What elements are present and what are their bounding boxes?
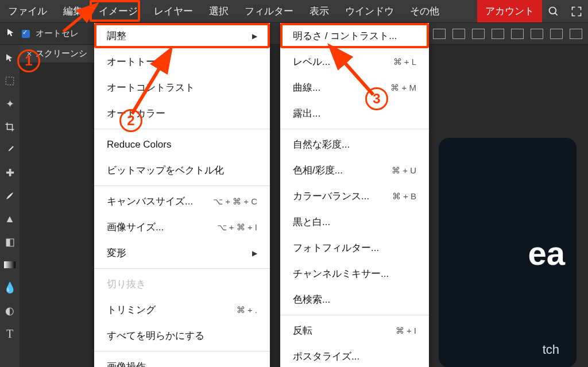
svg-line-1 bbox=[555, 13, 558, 15]
shortcut: ⌘ + I bbox=[396, 326, 416, 335]
image-menu-item-16[interactable]: 画像操作... bbox=[94, 354, 270, 367]
tab-x-icon[interactable]: ✕ bbox=[26, 50, 32, 58]
image-menu-item-1[interactable]: オートトーン bbox=[94, 49, 270, 75]
menuitem-label: トリミング bbox=[107, 305, 156, 315]
svg-point-0 bbox=[550, 7, 556, 14]
distribute-v-icon[interactable] bbox=[570, 29, 582, 39]
separator bbox=[94, 186, 270, 186]
tool-marquee[interactable] bbox=[2, 71, 17, 91]
align-top-icon[interactable] bbox=[492, 29, 504, 39]
menuitem-label: 色相/彩度... bbox=[293, 165, 343, 175]
image-menu-item-6[interactable]: ビットマップをベクトル化 bbox=[94, 157, 270, 183]
tool-stamp[interactable]: ▲ bbox=[2, 209, 17, 229]
adjust-menu-item-14[interactable]: ポスタライズ... bbox=[280, 343, 429, 367]
image-menu-dropdown: 調整オートトーンオートコントラストオートカラーReduce Colorsビットマ… bbox=[94, 23, 270, 367]
align-icons bbox=[433, 29, 582, 39]
menuitem-label: ポスタライズ... bbox=[293, 351, 359, 361]
menu-filter[interactable]: フィルター bbox=[237, 0, 301, 22]
align-right-icon[interactable] bbox=[472, 29, 485, 39]
adjust-menu-item-0[interactable]: 明るさ / コントラスト... bbox=[280, 23, 429, 49]
separator bbox=[94, 351, 270, 351]
menuitem-label: 変形 bbox=[107, 248, 126, 258]
menubar: ファイル 編集 イメージ レイヤー 選択 フィルター 表示 ウインドウ その他 … bbox=[0, 0, 588, 23]
menuitem-label: チャンネルミキサー... bbox=[293, 269, 389, 279]
menu-other[interactable]: その他 bbox=[402, 0, 447, 22]
align-bottom-icon[interactable] bbox=[531, 29, 543, 39]
menuitem-label: キャンバスサイズ... bbox=[107, 196, 193, 206]
adjustments-submenu: 明るさ / コントラスト...レベル...⌘ + L曲線...⌘ + M露出..… bbox=[280, 23, 429, 367]
tool-wand[interactable]: ✦ bbox=[2, 94, 17, 114]
adjust-menu-item-3[interactable]: 露出... bbox=[280, 101, 429, 126]
adjust-menu-item-7[interactable]: カラーバランス...⌘ + B bbox=[280, 183, 429, 209]
menu-window[interactable]: ウインドウ bbox=[337, 0, 402, 22]
menu-view[interactable]: 表示 bbox=[301, 0, 337, 22]
tool-dodge[interactable]: ◐ bbox=[2, 301, 17, 320]
autoselect-checkbox[interactable] bbox=[22, 30, 30, 38]
menuitem-label: 画像操作... bbox=[107, 362, 154, 367]
adjust-menu-item-10[interactable]: チャンネルミキサー... bbox=[280, 261, 429, 287]
menuitem-label: オートカラー bbox=[107, 109, 165, 118]
image-menu-item-10[interactable]: 変形 bbox=[94, 240, 270, 266]
tool-crop[interactable] bbox=[2, 117, 17, 137]
menuitem-label: ビットマップをベクトル化 bbox=[107, 165, 224, 175]
move-tool-icon[interactable] bbox=[6, 28, 16, 40]
adjust-menu-item-5[interactable]: 自然な彩度... bbox=[280, 132, 429, 157]
shortcut: ⌘ + B bbox=[392, 192, 416, 200]
adjust-menu-item-9[interactable]: フォトフィルター... bbox=[280, 235, 429, 261]
menuitem-label: 自然な彩度... bbox=[293, 140, 350, 149]
image-menu-item-13[interactable]: トリミング⌘ + . bbox=[94, 297, 270, 323]
tool-eyedropper[interactable] bbox=[2, 140, 17, 160]
adjust-menu-item-13[interactable]: 反転⌘ + I bbox=[280, 318, 429, 343]
menu-file[interactable]: ファイル bbox=[0, 0, 55, 22]
tab-title: スクリーンシ bbox=[36, 48, 87, 59]
image-menu-item-8[interactable]: キャンバスサイズ...⌥ + ⌘ + C bbox=[94, 188, 270, 214]
align-center-icon[interactable] bbox=[452, 29, 465, 39]
tool-heal[interactable]: ✚ bbox=[2, 163, 17, 183]
image-menu-item-2[interactable]: オートコントラスト bbox=[94, 75, 270, 101]
menu-edit[interactable]: 編集 bbox=[55, 0, 91, 22]
account-button[interactable]: アカウント bbox=[477, 0, 542, 22]
background-panel: ea tch bbox=[439, 138, 577, 367]
image-menu-item-0[interactable]: 調整 bbox=[94, 23, 270, 49]
tool-eraser[interactable]: ◧ bbox=[2, 232, 17, 252]
tool-text[interactable]: T bbox=[2, 324, 17, 343]
menuitem-label: 反転 bbox=[293, 326, 312, 335]
distribute-h-icon[interactable] bbox=[550, 29, 563, 39]
menu-layer[interactable]: レイヤー bbox=[146, 0, 201, 22]
menuitem-label: 明るさ / コントラスト... bbox=[293, 31, 397, 41]
separator bbox=[94, 268, 270, 269]
menu-image[interactable]: イメージ bbox=[91, 0, 146, 22]
separator bbox=[280, 129, 429, 129]
menuitem-label: レベル... bbox=[293, 57, 330, 67]
image-menu-item-14[interactable]: すべてを明らかにする bbox=[94, 323, 270, 349]
menu-select[interactable]: 選択 bbox=[201, 0, 237, 22]
adjust-menu-item-6[interactable]: 色相/彩度...⌘ + U bbox=[280, 157, 429, 183]
tool-blur[interactable]: 💧 bbox=[2, 278, 17, 298]
adjust-menu-item-2[interactable]: 曲線...⌘ + M bbox=[280, 75, 429, 101]
separator bbox=[94, 129, 270, 129]
fullscreen-icon[interactable] bbox=[565, 0, 588, 22]
tool-gradient[interactable] bbox=[2, 255, 17, 275]
image-menu-item-9[interactable]: 画像サイズ...⌥ + ⌘ + I bbox=[94, 214, 270, 240]
menuitem-label: カラーバランス... bbox=[293, 191, 369, 201]
search-icon[interactable] bbox=[542, 0, 565, 22]
image-menu-item-3[interactable]: オートカラー bbox=[94, 101, 270, 126]
align-left-icon[interactable] bbox=[433, 29, 446, 39]
menuitem-label: 調整 bbox=[107, 31, 126, 41]
menuitem-label: Reduce Colors bbox=[107, 140, 171, 149]
menuitem-label: 色検索... bbox=[293, 295, 330, 304]
adjust-menu-item-8[interactable]: 黒と白... bbox=[280, 209, 429, 235]
menuitem-label: オートコントラスト bbox=[107, 83, 195, 92]
image-menu-item-5[interactable]: Reduce Colors bbox=[94, 132, 270, 157]
tool-brush[interactable] bbox=[2, 186, 17, 206]
adjust-menu-item-1[interactable]: レベル...⌘ + L bbox=[280, 49, 429, 75]
menuitem-label: オートトーン bbox=[107, 57, 165, 67]
shortcut: ⌘ + U bbox=[392, 166, 416, 175]
menuitem-label: 切り抜き bbox=[107, 279, 146, 289]
align-middle-icon[interactable] bbox=[511, 29, 524, 39]
tool-move[interactable] bbox=[2, 48, 17, 68]
menuitem-label: 黒と白... bbox=[293, 217, 330, 227]
panel-big-text: ea bbox=[528, 234, 565, 272]
separator bbox=[280, 315, 429, 315]
adjust-menu-item-11[interactable]: 色検索... bbox=[280, 287, 429, 312]
